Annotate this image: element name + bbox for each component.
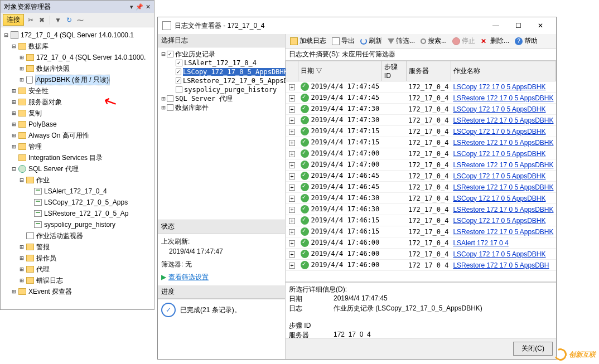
expand-row-icon[interactable]: +	[289, 207, 295, 213]
log-tree-node[interactable]: LSCopy_172_17_0_5_AppsDBHK	[160, 67, 283, 76]
expand-icon[interactable]: ⊞	[11, 120, 17, 128]
expand-icon[interactable]: ⊞	[11, 132, 17, 139]
view-filter-link[interactable]: 查看筛选设置	[168, 273, 209, 281]
expand-icon[interactable]: ⊞	[11, 143, 17, 151]
table-row[interactable]: + 2019/4/4 17:46:45 172_17_0_4 LSCopy 17…	[286, 171, 556, 182]
expand-row-icon[interactable]: +	[289, 240, 295, 246]
tree-snapshot-node[interactable]: ⊞数据库快照	[3, 63, 154, 74]
job-link[interactable]: LSRestore 172 17 0 5 AppsDBHK	[453, 183, 553, 191]
expand-row-icon[interactable]: +	[289, 229, 295, 235]
expand-row-icon[interactable]: +	[289, 140, 295, 146]
tree-errorlogs-node[interactable]: ⊞错误日志	[3, 275, 154, 286]
log-tree-node[interactable]: ⊞数据库邮件	[160, 103, 283, 112]
expand-row-icon[interactable]: +	[289, 106, 295, 113]
stop-icon[interactable]: ✖	[37, 16, 46, 25]
log-tree-node[interactable]: ⊞SQL Server 代理	[160, 94, 283, 103]
export-button[interactable]: 导出	[330, 35, 357, 47]
job-link[interactable]: LSCopy 172 17 0 5 AppsDBHK	[453, 217, 545, 225]
disconnect-icon[interactable]: ✂	[26, 16, 35, 25]
maximize-button[interactable]: ☐	[507, 18, 529, 33]
job-link[interactable]: LSAlert 172 17 0 4	[453, 239, 508, 247]
collapse-icon[interactable]: ⊟	[3, 31, 9, 39]
filter-icon[interactable]: ▼	[54, 16, 62, 25]
expand-icon[interactable]: ⊞	[18, 65, 25, 72]
expand-icon[interactable]: ⊞	[11, 288, 17, 295]
tree-iscatalog-node[interactable]: ⊞Integration Services 目录	[3, 152, 154, 163]
col-expand[interactable]	[286, 61, 298, 81]
refresh-icon[interactable]: ↻	[65, 16, 74, 25]
help-button[interactable]: ?帮助	[513, 35, 540, 47]
expand-icon[interactable]: ⊞	[11, 98, 17, 106]
table-row[interactable]: + 2019/4/4 17:47:45 172_17_0_4 LSCopy 17…	[286, 81, 556, 93]
expand-icon[interactable]: ⊞	[18, 265, 25, 273]
job-link[interactable]: LSCopy 172 17 0 5 AppsDBHK	[453, 105, 545, 113]
expand-icon[interactable]: ⊞	[18, 254, 25, 262]
expand-row-icon[interactable]: +	[289, 118, 295, 124]
job-link[interactable]: LSCopy 172 17 0 5 AppsDBHK	[453, 83, 545, 91]
tree-activitymon-node[interactable]: ⊞作业活动监视器	[3, 230, 154, 241]
job-link[interactable]: LSRestore 172 17 0 5 AppsDBHK	[453, 117, 553, 124]
job-link[interactable]: LSCopy 172 17 0 5 AppsDBHK	[453, 195, 545, 202]
log-tree-node[interactable]: LSRestore_172_17_0_5_AppsDBHK	[160, 76, 283, 85]
col-server[interactable]: 服务器	[406, 61, 451, 81]
close-dialog-button[interactable]: 关闭(C)	[513, 342, 553, 356]
tree-proxies-node[interactable]: ⊞代理	[3, 264, 154, 275]
pin-icon[interactable]: 📌	[136, 1, 143, 13]
expand-icon[interactable]: ⊞	[18, 243, 25, 251]
table-row[interactable]: + 2019/4/4 17:46:15 172_17_0_4 LSRestore…	[286, 226, 556, 237]
log-grid[interactable]: 日期 ▽ 步骤 ID 服务器 作业名称 + 2019/4/4 17:47:45 …	[286, 61, 556, 282]
tree-security-node[interactable]: ⊞安全性	[3, 85, 154, 96]
job-link[interactable]: LSCopy 172 17 0 5 AppsDBHK	[453, 150, 545, 158]
col-jobname[interactable]: 作业名称	[451, 61, 555, 81]
expand-icon[interactable]: ⊞	[11, 87, 17, 95]
collapse-icon[interactable]: ⊟	[18, 176, 25, 184]
job-link[interactable]: LSCopy 172 17 0 5 AppsDBHK	[453, 128, 545, 135]
log-tree-node[interactable]: ⊟作业历史记录	[160, 50, 283, 59]
close-button[interactable]: ✕	[529, 18, 552, 33]
job-link[interactable]: LSRestore 172 17 0 5 AppsDBHK	[453, 94, 553, 102]
filter-button[interactable]: 筛选...	[385, 35, 417, 47]
tree-job-node[interactable]: ⊞LSCopy_172_17_0_5_Apps	[3, 197, 154, 208]
tree-replication-node[interactable]: ⊞复制	[3, 108, 154, 119]
expand-row-icon[interactable]: +	[289, 129, 295, 135]
refresh-button[interactable]: 刷新	[358, 35, 384, 47]
search-button[interactable]: 搜索...	[418, 35, 449, 47]
table-row[interactable]: + 2019/4/4 17:46:00 172 17 0 4 LSRestore…	[286, 260, 556, 271]
table-row[interactable]: + 2019/4/4 17:47:45 172_17_0_4 LSRestore…	[286, 93, 556, 104]
table-row[interactable]: + 2019/4/4 17:46:45 172_17_0_4 LSRestore…	[286, 182, 556, 193]
collapse-icon[interactable]: ⊟	[11, 42, 17, 50]
col-stepid[interactable]: 步骤 ID	[381, 61, 406, 81]
job-link[interactable]: LSRestore 172 17 0 5 AppsDBHK	[453, 161, 553, 169]
checkbox[interactable]	[167, 95, 173, 102]
checkbox[interactable]	[176, 77, 181, 84]
expand-icon[interactable]: ⊞	[160, 95, 167, 103]
table-row[interactable]: + 2019/4/4 17:47:15 172_17_0_4 LSRestore…	[286, 137, 556, 148]
expand-row-icon[interactable]: +	[289, 185, 295, 191]
table-row[interactable]: + 2019/4/4 17:46:30 172_17_0_4 LSRestore…	[286, 204, 556, 215]
collapse-icon[interactable]: ⊟	[11, 165, 17, 173]
expand-row-icon[interactable]: +	[289, 196, 295, 202]
expand-row-icon[interactable]: +	[289, 151, 295, 157]
tree-job-node[interactable]: ⊞syspolicy_purge_history	[3, 219, 154, 230]
table-row[interactable]: + 2019/4/4 17:47:15 172_17_0_4 LSCopy 17…	[286, 126, 556, 137]
expand-icon[interactable]: ⊞	[160, 104, 167, 111]
tree-operators-node[interactable]: ⊞操作员	[3, 253, 154, 264]
job-link[interactable]: LSCopy 172 17 0 5 AppsDBHK	[453, 250, 545, 258]
col-date[interactable]: 日期 ▽	[298, 61, 382, 81]
tree-agent-node[interactable]: ⊟SQL Server 代理	[3, 163, 154, 174]
table-row[interactable]: + 2019/4/4 17:46:15 172_17_0_4 LSCopy 17…	[286, 215, 556, 226]
tree-polybase-node[interactable]: ⊞PolyBase	[3, 119, 154, 130]
checkbox[interactable]	[167, 51, 173, 57]
tree-serverobj-node[interactable]: ⊞服务器对象	[3, 96, 154, 108]
tree-jobs-node[interactable]: ⊟作业	[3, 174, 154, 186]
expand-icon[interactable]: ⊞	[18, 276, 25, 284]
table-row[interactable]: + 2019/4/4 17:47:00 172_17_0_4 LSCopy 17…	[286, 148, 556, 159]
minimize-button[interactable]: —	[485, 18, 507, 33]
log-tree-node[interactable]: syspolicy_purge_history	[160, 85, 283, 94]
tree-management-node[interactable]: ⊞管理	[3, 141, 154, 152]
expand-icon[interactable]: ⊞	[18, 54, 25, 61]
collapse-icon[interactable]: ⊟	[160, 50, 167, 58]
tree-alwayson-node[interactable]: ⊞Always On 高可用性	[3, 130, 154, 141]
job-link[interactable]: LSCopy 172 17 0 5 AppsDBHK	[453, 172, 545, 180]
checkbox[interactable]	[176, 86, 182, 93]
